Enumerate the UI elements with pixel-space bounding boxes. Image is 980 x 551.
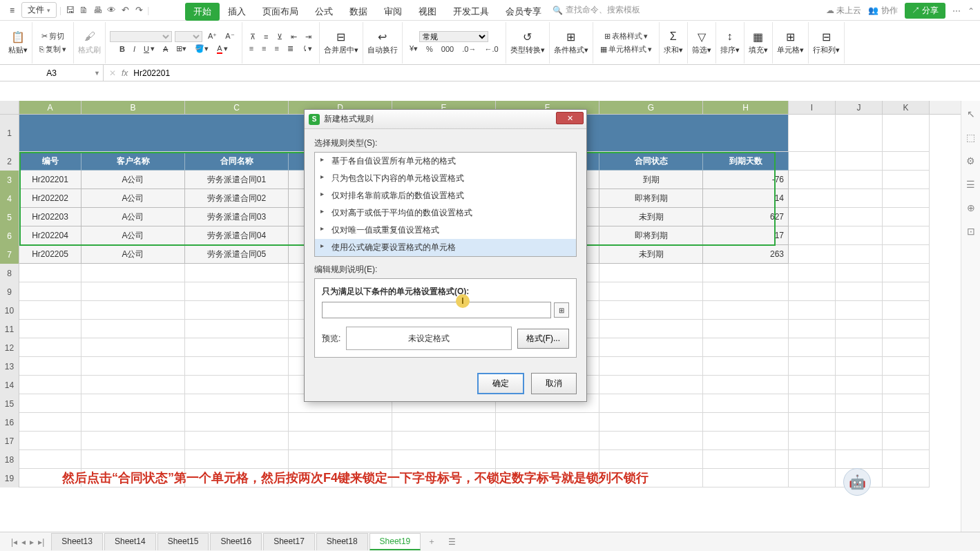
currency-icon[interactable]: ¥▾ — [407, 44, 421, 54]
data-cell-G3[interactable]: 到期 — [599, 171, 703, 189]
cell-K14[interactable] — [883, 376, 930, 394]
row-header-19[interactable]: 19 — [0, 469, 19, 487]
dialog-titlebar[interactable]: S 新建格式规则 ✕ — [305, 110, 586, 129]
rule-type-item-2[interactable]: 仅对排名靠前或靠后的数值设置格式 — [315, 187, 576, 204]
cell-C14[interactable] — [185, 376, 289, 394]
row-header-15[interactable]: 15 — [0, 394, 19, 413]
bold-icon[interactable]: B — [117, 44, 128, 54]
backup-icon[interactable]: ⊕ — [965, 202, 977, 214]
data-cell-J4[interactable] — [836, 189, 883, 208]
indent-dec-icon[interactable]: ⇤ — [288, 32, 300, 42]
dialog-close-button[interactable]: ✕ — [556, 112, 584, 124]
cell-G16[interactable] — [599, 413, 703, 432]
cell-B10[interactable] — [81, 301, 185, 320]
col-header-I[interactable]: I — [789, 101, 836, 114]
cell-F16[interactable] — [496, 413, 599, 432]
undo-icon[interactable]: ↶ — [119, 5, 131, 16]
table-style-button[interactable]: ⊞ 表格样式▾ — [602, 30, 651, 42]
sheet-tab-Sheet17[interactable]: Sheet17 — [263, 533, 315, 550]
data-cell-J3[interactable] — [836, 171, 883, 189]
data-cell-C5[interactable]: 劳务派遣合同03 — [185, 208, 289, 226]
header-cell-G[interactable]: 合同状态 — [599, 152, 703, 171]
header-cell-J[interactable] — [836, 152, 883, 171]
cell-G17[interactable] — [599, 432, 703, 450]
data-cell-A5[interactable]: Hr202203 — [19, 208, 81, 226]
select-all-corner[interactable] — [0, 101, 19, 114]
row-header-17[interactable]: 17 — [0, 432, 19, 450]
sort-button[interactable]: ↕排序▾ — [720, 30, 740, 55]
data-cell-K7[interactable] — [883, 245, 930, 264]
fill-button[interactable]: ▦填充▾ — [749, 30, 768, 55]
saveas-icon[interactable]: 🗎 — [78, 5, 89, 16]
header-cell-A[interactable]: 编号 — [19, 152, 81, 171]
ribbon-tab-3[interactable]: 公式 — [307, 3, 341, 21]
cell-G18[interactable] — [599, 450, 703, 469]
indent-inc-icon[interactable]: ⇥ — [302, 32, 314, 42]
data-cell-B6[interactable]: A公司 — [81, 226, 185, 245]
settings-icon[interactable]: ⚙ — [965, 155, 977, 167]
cell-A9[interactable] — [19, 282, 81, 301]
cell-B17[interactable] — [81, 432, 185, 450]
sum-button[interactable]: Σ求和▾ — [664, 30, 683, 55]
cell-I14[interactable] — [789, 376, 836, 394]
format-button[interactable]: 格式(F)... — [517, 329, 569, 349]
row-header-5[interactable]: 5 — [0, 208, 19, 226]
merge-button[interactable]: ⊟合并居中▾ — [324, 30, 358, 55]
data-cell-H6[interactable]: 17 — [703, 226, 789, 245]
cell-E17[interactable] — [392, 432, 496, 450]
ribbon-tab-5[interactable]: 审阅 — [376, 3, 410, 21]
cell-B18[interactable] — [81, 450, 185, 469]
data-cell-B7[interactable]: A公司 — [81, 245, 185, 264]
copy-button[interactable]: ⎘ 复制▾ — [37, 44, 69, 55]
cell-J16[interactable] — [836, 413, 883, 432]
file-menu[interactable]: 文件 ▾ — [21, 2, 57, 18]
font-color-icon[interactable]: A▾ — [214, 44, 230, 55]
cell-B12[interactable] — [81, 338, 185, 357]
cell-H15[interactable] — [703, 394, 789, 413]
increase-font-icon[interactable]: A⁺ — [205, 31, 220, 41]
cell-J8[interactable] — [836, 264, 883, 282]
sheet-tab-Sheet14[interactable]: Sheet14 — [104, 533, 156, 550]
data-cell-I3[interactable] — [789, 171, 836, 189]
cancel-formula-icon[interactable]: ✕ — [109, 68, 116, 78]
cell-H10[interactable] — [703, 301, 789, 320]
row-header-18[interactable]: 18 — [0, 450, 19, 469]
ribbon-tab-2[interactable]: 页面布局 — [254, 3, 307, 21]
cell-A15[interactable] — [19, 394, 81, 413]
cell-C11[interactable] — [185, 320, 289, 338]
cell-B16[interactable] — [81, 413, 185, 432]
cell-D17[interactable] — [289, 432, 392, 450]
cell-H16[interactable] — [703, 413, 789, 432]
row-header-9[interactable]: 9 — [0, 282, 19, 301]
sheet-tab-Sheet13[interactable]: Sheet13 — [51, 533, 103, 550]
data-cell-H4[interactable]: 14 — [703, 189, 789, 208]
cell-K12[interactable] — [883, 338, 930, 357]
row-header-1[interactable]: 1 — [0, 115, 19, 152]
row-header-3[interactable]: 3 — [0, 171, 19, 189]
data-cell-J5[interactable] — [836, 208, 883, 226]
cell-G13[interactable] — [599, 357, 703, 376]
data-cell-H3[interactable]: -76 — [703, 171, 789, 189]
name-box[interactable]: ▼ — [0, 65, 104, 81]
data-cell-K5[interactable] — [883, 208, 930, 226]
fill-color-icon[interactable]: 🪣▾ — [192, 44, 211, 54]
underline-icon[interactable]: U▾ — [141, 44, 157, 54]
cell-E18[interactable] — [392, 450, 496, 469]
cell-H14[interactable] — [703, 376, 789, 394]
cell-G12[interactable] — [599, 338, 703, 357]
command-search[interactable]: 🔍 查找命令、搜索模板 — [553, 4, 640, 16]
cell-K19[interactable] — [883, 469, 930, 487]
row-header-7[interactable]: 7 — [0, 245, 19, 264]
cell-K15[interactable] — [883, 394, 930, 413]
sheet-first-icon[interactable]: |◂ — [11, 537, 17, 547]
sheet-tab-Sheet18[interactable]: Sheet18 — [316, 533, 368, 550]
cell-K11[interactable] — [883, 320, 930, 338]
cell-I17[interactable] — [789, 432, 836, 450]
ok-button[interactable]: 确定 — [477, 373, 524, 394]
cell-B14[interactable] — [81, 376, 185, 394]
cancel-button[interactable]: 取消 — [531, 373, 577, 394]
cell-A13[interactable] — [19, 357, 81, 376]
cell-J10[interactable] — [836, 301, 883, 320]
row-header-13[interactable]: 13 — [0, 357, 19, 376]
cell-H11[interactable] — [703, 320, 789, 338]
